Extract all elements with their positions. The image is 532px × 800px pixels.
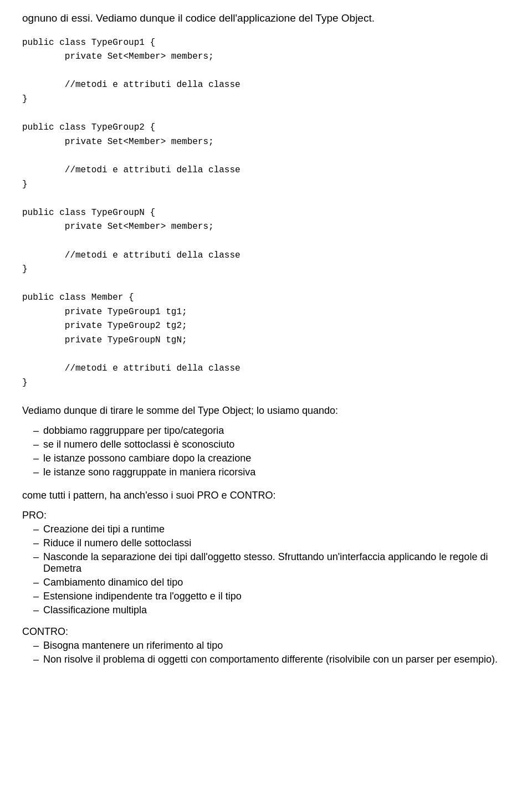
list-item: – se il numero delle sottoclassi è scono… bbox=[22, 439, 510, 450]
list-item: – dobbiamo raggruppare per tipo/categori… bbox=[22, 425, 510, 437]
list-item-text: Riduce il numero delle sottoclassi bbox=[43, 537, 191, 549]
list-item-text: se il numero delle sottoclassi è sconosc… bbox=[43, 439, 234, 450]
dash-icon: – bbox=[33, 640, 39, 652]
dash-icon: – bbox=[33, 524, 39, 535]
list-item: – Classificazione multipla bbox=[22, 604, 510, 616]
dash-icon: – bbox=[33, 425, 39, 437]
list-item: – Estensione indipendente tra l'oggetto … bbox=[22, 591, 510, 602]
list-item: – Nasconde la separazione dei tipi dall'… bbox=[22, 551, 510, 575]
contro-list: – Bisogna mantenere un riferimento al ti… bbox=[22, 640, 510, 665]
dash-icon: – bbox=[33, 654, 39, 665]
code-block: public class TypeGroup1 { private Set<Me… bbox=[22, 36, 510, 391]
list-item-text: Bisogna mantenere un riferimento al tipo bbox=[43, 640, 223, 652]
list-item-text: Cambiamento dinamico del tipo bbox=[43, 577, 183, 588]
when-list: – dobbiamo raggruppare per tipo/categori… bbox=[22, 425, 510, 478]
dash-icon: – bbox=[33, 439, 39, 450]
list-item-text: Nasconde la separazione dei tipi dall'og… bbox=[43, 551, 510, 575]
intro-paragraph: ognuno di essi. Vediamo dunque il codice… bbox=[22, 11, 510, 26]
pro-section: PRO: – Creazione dei tipi a runtime – Ri… bbox=[22, 510, 510, 616]
dash-icon: – bbox=[33, 453, 39, 464]
list-item-text: le istanze possono cambiare dopo la crea… bbox=[43, 453, 251, 464]
list-item-text: Creazione dei tipi a runtime bbox=[43, 524, 165, 535]
list-item-text: dobbiamo raggruppare per tipo/categoria bbox=[43, 425, 224, 437]
summary-text: Vediamo dunque di tirare le somme del Ty… bbox=[22, 403, 510, 418]
contro-label: CONTRO: bbox=[22, 626, 510, 638]
list-item: – Non risolve il problema di oggetti con… bbox=[22, 654, 510, 665]
contro-section: CONTRO: – Bisogna mantenere un riferimen… bbox=[22, 626, 510, 665]
list-item-text: Estensione indipendente tra l'oggetto e … bbox=[43, 591, 242, 602]
list-item: – Bisogna mantenere un riferimento al ti… bbox=[22, 640, 510, 652]
list-item: – Creazione dei tipi a runtime bbox=[22, 524, 510, 535]
list-item: – le istanze possono cambiare dopo la cr… bbox=[22, 453, 510, 464]
pro-intro-text: come tutti i pattern, ha anch'esso i suo… bbox=[22, 488, 510, 503]
dash-icon: – bbox=[33, 466, 39, 478]
pro-list: – Creazione dei tipi a runtime – Riduce … bbox=[22, 524, 510, 616]
list-item: – le istanze sono raggruppate in maniera… bbox=[22, 466, 510, 478]
list-item-text: Classificazione multipla bbox=[43, 604, 147, 616]
list-item: – Cambiamento dinamico del tipo bbox=[22, 577, 510, 588]
dash-icon: – bbox=[33, 591, 39, 602]
list-item-text: Non risolve il problema di oggetti con c… bbox=[43, 654, 498, 665]
list-item-text: le istanze sono raggruppate in maniera r… bbox=[43, 466, 255, 478]
list-item: – Riduce il numero delle sottoclassi bbox=[22, 537, 510, 549]
dash-icon: – bbox=[33, 577, 39, 588]
dash-icon: – bbox=[33, 537, 39, 549]
pro-label: PRO: bbox=[22, 510, 510, 521]
dash-icon: – bbox=[33, 551, 39, 563]
dash-icon: – bbox=[33, 604, 39, 616]
